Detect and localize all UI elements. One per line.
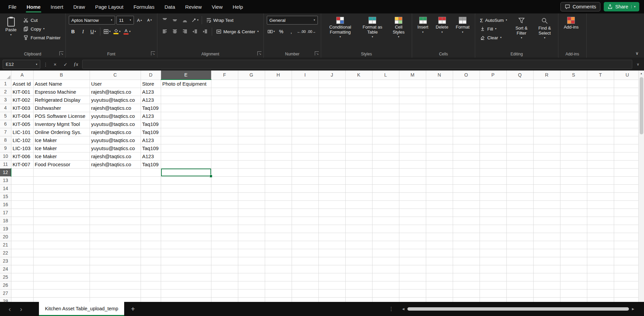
cell-E16[interactable] <box>161 200 211 209</box>
cell-N14[interactable] <box>426 184 453 192</box>
cell-I2[interactable] <box>292 88 318 96</box>
cell-Q25[interactable] <box>506 273 533 281</box>
insert-cells-button[interactable]: Insert ▾ <box>415 16 431 35</box>
row-header-7[interactable]: 7 <box>0 128 11 136</box>
cell-L25[interactable] <box>372 273 399 281</box>
cell-L5[interactable] <box>372 112 399 120</box>
cell-O10[interactable] <box>453 152 480 160</box>
cell-P27[interactable] <box>480 289 506 297</box>
cell-P5[interactable] <box>480 112 506 120</box>
cell-T28[interactable] <box>587 297 614 302</box>
cell-E17[interactable] <box>161 209 211 217</box>
menu-tab-page-layout[interactable]: Page Layout <box>90 0 128 13</box>
cell-H25[interactable] <box>265 273 292 281</box>
cell-U14[interactable] <box>614 184 641 192</box>
cell-A11[interactable]: KIT-007 <box>11 160 33 168</box>
cell-U6[interactable] <box>614 120 641 128</box>
cell-U27[interactable] <box>614 289 641 297</box>
cell-D15[interactable] <box>141 192 161 200</box>
cell-C14[interactable] <box>90 184 141 192</box>
cell-I19[interactable] <box>292 225 318 233</box>
cell-F15[interactable] <box>211 192 238 200</box>
cell-S1[interactable] <box>560 80 587 88</box>
cell-A18[interactable] <box>11 217 33 225</box>
cell-D7[interactable]: Taq109 <box>141 128 161 136</box>
cell-S23[interactable] <box>560 257 587 265</box>
share-button[interactable]: Share ▾ <box>604 2 639 11</box>
cell-G27[interactable] <box>238 289 265 297</box>
cell-L11[interactable] <box>372 160 399 168</box>
cell-I20[interactable] <box>292 233 318 241</box>
row-header-18[interactable]: 18 <box>0 217 11 225</box>
cell-O6[interactable] <box>453 120 480 128</box>
decrease-decimal-button[interactable]: .00→ <box>307 27 316 36</box>
cell-G21[interactable] <box>238 241 265 249</box>
cell-B13[interactable] <box>33 176 90 184</box>
cell-Q3[interactable] <box>506 96 533 104</box>
cell-M23[interactable] <box>399 257 426 265</box>
cell-O16[interactable] <box>453 200 480 209</box>
cell-A13[interactable] <box>11 176 33 184</box>
cell-S21[interactable] <box>560 241 587 249</box>
cell-L28[interactable] <box>372 297 399 302</box>
cell-A7[interactable]: LIC-101 <box>11 128 33 136</box>
cell-S9[interactable] <box>560 144 587 152</box>
cell-D20[interactable] <box>141 233 161 241</box>
cell-G3[interactable] <box>238 96 265 104</box>
cell-U16[interactable] <box>614 200 641 209</box>
cell-M11[interactable] <box>399 160 426 168</box>
cell-F25[interactable] <box>211 273 238 281</box>
alignment-dialog-launcher-icon[interactable]: ↘ <box>257 51 261 55</box>
cell-H23[interactable] <box>265 257 292 265</box>
cell-U10[interactable] <box>614 152 641 160</box>
cut-button[interactable]: Cut <box>21 16 62 25</box>
cell-A21[interactable] <box>11 241 33 249</box>
cell-T9[interactable] <box>587 144 614 152</box>
cell-P11[interactable] <box>480 160 506 168</box>
row-header-3[interactable]: 3 <box>0 96 11 104</box>
column-header-D[interactable]: D <box>141 71 161 80</box>
cell-F22[interactable] <box>211 249 238 257</box>
cell-Q1[interactable] <box>506 80 533 88</box>
cell-H2[interactable] <box>265 88 292 96</box>
cell-L16[interactable] <box>372 200 399 209</box>
cell-O11[interactable] <box>453 160 480 168</box>
cell-D4[interactable]: Taq109 <box>141 104 161 112</box>
cell-G11[interactable] <box>238 160 265 168</box>
cell-Q18[interactable] <box>506 217 533 225</box>
cell-Q16[interactable] <box>506 200 533 209</box>
cell-L1[interactable] <box>372 80 399 88</box>
cell-T13[interactable] <box>587 176 614 184</box>
cell-O5[interactable] <box>453 112 480 120</box>
cell-D25[interactable] <box>141 273 161 281</box>
cell-K11[interactable] <box>345 160 372 168</box>
cell-J13[interactable] <box>318 176 345 184</box>
cell-S4[interactable] <box>560 104 587 112</box>
cell-O24[interactable] <box>453 265 480 273</box>
cell-R18[interactable] <box>533 217 560 225</box>
cell-O13[interactable] <box>453 176 480 184</box>
row-header-6[interactable]: 6 <box>0 120 11 128</box>
cell-J21[interactable] <box>318 241 345 249</box>
cell-B22[interactable] <box>33 249 90 257</box>
cell-B7[interactable]: Online Ordering Sys. <box>33 128 90 136</box>
cell-M6[interactable] <box>399 120 426 128</box>
cell-K24[interactable] <box>345 265 372 273</box>
cell-P22[interactable] <box>480 249 506 257</box>
scroll-up-icon[interactable]: ▲ <box>639 71 644 76</box>
cell-H21[interactable] <box>265 241 292 249</box>
cell-J28[interactable] <box>318 297 345 302</box>
row-header-25[interactable]: 25 <box>0 273 11 281</box>
cell-E13[interactable] <box>161 176 211 184</box>
cell-C2[interactable]: rajesh@taqtics.co <box>90 88 141 96</box>
cell-K25[interactable] <box>345 273 372 281</box>
cell-H4[interactable] <box>265 104 292 112</box>
cell-C25[interactable] <box>90 273 141 281</box>
cell-F9[interactable] <box>211 144 238 152</box>
cell-M21[interactable] <box>399 241 426 249</box>
cell-Q14[interactable] <box>506 184 533 192</box>
cell-T27[interactable] <box>587 289 614 297</box>
cell-P12[interactable] <box>480 168 506 176</box>
menu-tab-data[interactable]: Data <box>159 0 180 13</box>
row-header-9[interactable]: 9 <box>0 144 11 152</box>
